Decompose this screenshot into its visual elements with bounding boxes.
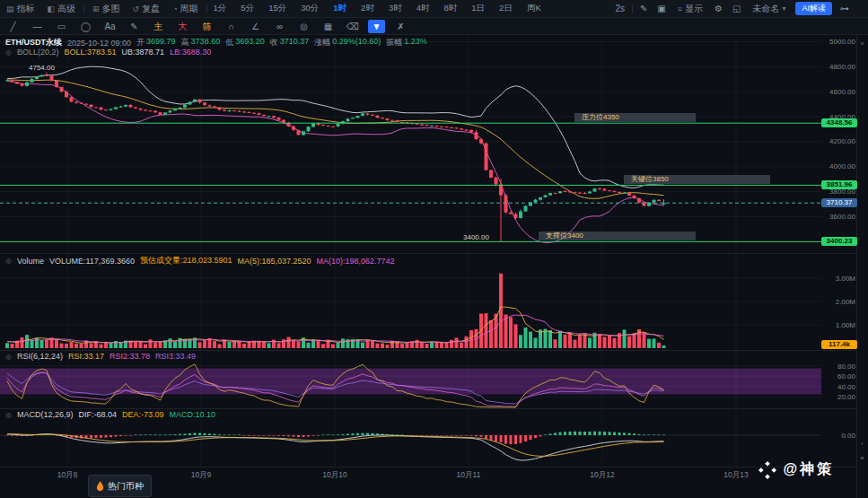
hot-coins-button[interactable]: 热门币种 bbox=[88, 475, 152, 497]
time-axis-label: 10月13 bbox=[718, 470, 754, 481]
settings-gear-icon[interactable]: ⚙ bbox=[710, 4, 727, 13]
volume-axis-label: 1.00M bbox=[822, 321, 855, 329]
template-label: 未命名 bbox=[752, 3, 779, 15]
filter-icon[interactable]: ▼ bbox=[368, 20, 385, 33]
price-axis-label: 3600.00 bbox=[822, 213, 855, 221]
advanced-label: 高级 bbox=[57, 3, 75, 15]
cjk-tool-main[interactable]: 主 bbox=[150, 20, 167, 33]
volume-chart[interactable] bbox=[0, 253, 821, 350]
interval-2日[interactable]: 2日 bbox=[495, 3, 517, 14]
cjk-tool-da[interactable]: 大 bbox=[174, 20, 191, 33]
volume-legend: ◎ Volume VOLUME:117,369.3660预估成交量:218,02… bbox=[5, 255, 395, 266]
trash-icon[interactable]: ✗ bbox=[392, 20, 409, 33]
price-chart[interactable] bbox=[0, 34, 821, 253]
rsi-axis-label: 40.00 bbox=[822, 383, 855, 391]
panel-divider[interactable] bbox=[0, 408, 857, 409]
replay-button[interactable]: ↺ 复盘 bbox=[127, 0, 167, 17]
panel-settings-icon[interactable]: ◎ bbox=[5, 353, 12, 361]
measure-icon[interactable]: ∠ bbox=[247, 20, 264, 33]
rsi-axis-label: 60.00 bbox=[822, 372, 855, 380]
price-axis-label: 4800.00 bbox=[822, 63, 855, 71]
rsi-title: RSI(6,12,24) bbox=[17, 352, 63, 361]
interval-30分[interactable]: 30分 bbox=[296, 3, 323, 14]
multichart-button[interactable]: ⊞ 多图 bbox=[86, 0, 127, 17]
volume-axis-label: 2.00M bbox=[822, 298, 855, 306]
interval-5分[interactable]: 5分 bbox=[236, 3, 259, 14]
rectangle-icon[interactable]: ▭ bbox=[53, 20, 70, 33]
boll-values: BOLL:3783.51UB:3878.71LB:3688.30 bbox=[65, 48, 212, 57]
trend-line-icon[interactable]: ╱ bbox=[4, 20, 22, 33]
indicator-value: VOLUME:117,369.3660 bbox=[49, 257, 135, 266]
indicator-value: LB:3688.30 bbox=[170, 48, 211, 57]
display-button[interactable]: ≡ 显示 bbox=[671, 3, 709, 15]
refresh-speed-button[interactable]: 2s bbox=[610, 4, 629, 13]
interval-group: 1分5分15分30分1时2时3时4时8时1日2日周K bbox=[209, 3, 546, 14]
indicators-button[interactable]: ▤ 指标 bbox=[0, 0, 41, 17]
interval-4时[interactable]: 4时 bbox=[412, 3, 434, 14]
indicator-value: MACD:10.10 bbox=[170, 410, 216, 419]
interval-1日[interactable]: 1日 bbox=[467, 3, 489, 14]
boll-legend: ◎ BOLL(20,2) BOLL:3783.51UB:3878.71LB:36… bbox=[5, 48, 211, 57]
low-price-marker: 3400.00 bbox=[463, 233, 489, 241]
period-label: 周期 bbox=[180, 3, 198, 15]
ohlc-pair: 涨幅0.29%(10.60) bbox=[314, 37, 381, 48]
interval-1分[interactable]: 1分 bbox=[209, 3, 232, 14]
panel-list-icon[interactable]: ≡ bbox=[857, 454, 867, 462]
advanced-button[interactable]: ◧ 高级 bbox=[41, 0, 83, 17]
rsi-axis-label: 20.00 bbox=[822, 393, 855, 401]
visibility-icon[interactable]: ◎ bbox=[295, 20, 312, 33]
candle-datetime: 2025-10-12 09:00 bbox=[67, 39, 131, 48]
ohlc-label: 低 bbox=[225, 37, 233, 48]
panel-settings-icon[interactable]: ◎ bbox=[5, 257, 12, 265]
collapse-panel-icon[interactable]: « bbox=[857, 39, 867, 48]
divider bbox=[83, 4, 84, 13]
interval-8时[interactable]: 8时 bbox=[440, 3, 462, 14]
toolbar-right: 2s ✎ ▣ ≡ 显示 ⚙ ◱ 未命名 ▾ AI解读 ⊶ bbox=[610, 2, 868, 15]
period-button[interactable]: ◔ 周期 bbox=[166, 0, 204, 17]
divider bbox=[632, 4, 633, 13]
ohlc-value: 0.29%(10.60) bbox=[332, 37, 381, 48]
panel-divider[interactable] bbox=[0, 350, 857, 351]
interval-周K[interactable]: 周K bbox=[522, 3, 546, 14]
price-level-annotation[interactable]: 压力位4350 bbox=[574, 113, 696, 122]
ohlc-value: 3710.37 bbox=[280, 37, 310, 48]
fullscreen-icon[interactable]: ◱ bbox=[728, 4, 745, 13]
pencil-icon[interactable]: ✎ bbox=[126, 20, 143, 33]
grid-icon[interactable]: ▦ bbox=[320, 20, 337, 33]
text-tool-icon[interactable]: Aa bbox=[101, 20, 118, 33]
screenshot-icon[interactable]: ▣ bbox=[653, 4, 670, 13]
price-level-annotation[interactable]: 支撑位3400 bbox=[539, 232, 696, 240]
ohlc-pair: 收3710.37 bbox=[270, 37, 310, 48]
share-nodes-icon[interactable]: ⊶ bbox=[836, 4, 854, 13]
horizontal-line-icon[interactable]: — bbox=[29, 20, 46, 33]
panel-settings-icon[interactable]: ◎ bbox=[5, 48, 12, 57]
ai-analysis-button[interactable]: AI解读 bbox=[795, 2, 832, 15]
interval-15分[interactable]: 15分 bbox=[264, 3, 291, 14]
delete-icon[interactable]: ⌫ bbox=[344, 20, 361, 33]
circle-icon[interactable]: ◯ bbox=[77, 20, 94, 33]
template-select[interactable]: 未命名 ▾ bbox=[746, 3, 792, 15]
watermark: @神策 bbox=[758, 460, 834, 479]
ohlc-pair: 振幅1.23% bbox=[386, 37, 427, 48]
right-sidebar-strip: «‹≡ bbox=[856, 34, 868, 498]
edit-icon[interactable]: ✎ bbox=[636, 4, 652, 13]
boll-name: BOLL(20,2) bbox=[17, 48, 59, 57]
drawing-toolbar: ╱—▭◯Aa✎主大筛∩∠∞◎▦⌫▼✗ bbox=[0, 18, 868, 35]
ohlc-label: 振幅 bbox=[386, 37, 402, 48]
cjk-tool-shai[interactable]: 筛 bbox=[198, 20, 215, 33]
indicator-value: UB:3878.71 bbox=[122, 48, 165, 57]
macd-values: DIF:-68.04DEA:-73.09MACD:10.10 bbox=[79, 410, 216, 419]
ohlc-label: 涨幅 bbox=[314, 37, 330, 48]
panel-divider[interactable] bbox=[0, 253, 857, 254]
interval-1时[interactable]: 1时 bbox=[329, 3, 351, 14]
continuous-draw-icon[interactable]: ∞ bbox=[271, 20, 288, 33]
rsi-values: RSI:33.17RSI2:33.78RSI3:33.49 bbox=[68, 352, 196, 361]
indicator-value: MA(10):198,062.7742 bbox=[317, 257, 395, 266]
interval-2时[interactable]: 2时 bbox=[356, 3, 379, 14]
magnet-icon[interactable]: ∩ bbox=[223, 20, 240, 33]
interval-3时[interactable]: 3时 bbox=[384, 3, 407, 14]
indicator-value: DIF:-68.04 bbox=[79, 410, 118, 419]
price-level-annotation[interactable]: 关键位3850 bbox=[624, 175, 770, 184]
scroll-up-icon[interactable]: ‹ bbox=[857, 440, 867, 448]
panel-settings-icon[interactable]: ◎ bbox=[5, 411, 12, 419]
